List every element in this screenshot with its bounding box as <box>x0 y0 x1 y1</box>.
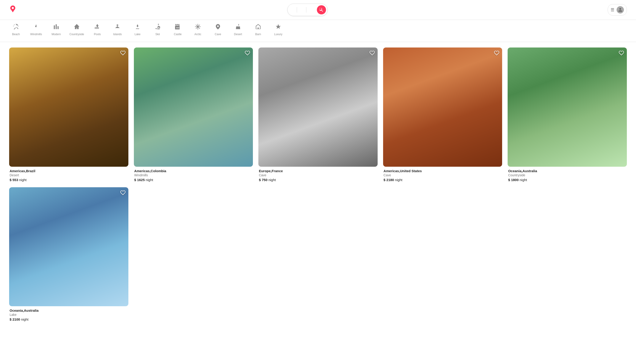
barn-icon <box>255 24 261 31</box>
listing-price-number: $ 2180 <box>384 178 394 182</box>
main-content: Americas,Brazil Desert $ 553 night Ameri… <box>0 42 636 327</box>
listing-image-wrap <box>383 48 502 167</box>
arctic-label: Arctic <box>194 33 201 36</box>
category-arctic[interactable]: Arctic <box>191 24 205 38</box>
pools-icon <box>94 24 101 31</box>
desert-icon <box>235 24 241 31</box>
islands-icon <box>114 24 121 31</box>
listing-location: Americas,Brazil <box>10 169 128 173</box>
listing-type: Cave <box>384 173 502 177</box>
logo[interactable] <box>9 5 18 14</box>
favorite-button[interactable] <box>245 50 250 57</box>
favorite-button[interactable] <box>369 50 375 57</box>
airbnb-logo-icon <box>9 5 17 14</box>
user-menu[interactable]: ☰ <box>608 4 627 16</box>
listing-location: Americas,United States <box>384 169 502 173</box>
guest-search[interactable] <box>306 7 315 12</box>
listing-image-wrap <box>508 48 627 167</box>
listing-price-number: $ 2100 <box>10 318 20 321</box>
barn-label: Barn <box>255 33 261 36</box>
cave-icon <box>215 24 221 31</box>
listing-price: $ 553 night <box>10 178 128 182</box>
category-pools[interactable]: Pools <box>91 24 104 38</box>
listing-location: Europe,France <box>259 169 377 173</box>
listing-info: Americas,Colombia Windmills $ 1625 night <box>134 167 253 182</box>
listing-type: Desert <box>10 173 128 177</box>
listing-price-unit: night <box>19 178 27 182</box>
category-islands[interactable]: Islands <box>111 24 124 38</box>
listing-card[interactable]: Americas,United States Cave $ 2180 night <box>383 48 502 182</box>
listing-card[interactable]: Americas,Brazil Desert $ 553 night <box>9 48 128 182</box>
favorite-button[interactable] <box>120 50 126 57</box>
listing-card[interactable]: Oceania,Australia Countryside $ 1800 nig… <box>508 48 627 182</box>
listing-type: Windmills <box>134 173 253 177</box>
arctic-icon <box>195 24 201 31</box>
cave-label: Cave <box>215 33 221 36</box>
category-cave[interactable]: Cave <box>211 24 225 38</box>
listing-price-number: $ 553 <box>10 178 18 182</box>
listing-image-wrap <box>258 48 378 167</box>
listing-price-unit: night <box>519 178 527 182</box>
modern-label: Modern <box>52 33 61 36</box>
category-castle[interactable]: Castle <box>171 24 185 38</box>
favorite-button[interactable] <box>619 50 624 57</box>
category-windmills[interactable]: Windmills <box>29 24 43 38</box>
category-barn[interactable]: Barn <box>251 24 265 38</box>
listing-info: Americas,United States Cave $ 2180 night <box>383 167 502 182</box>
beach-label: Beach <box>12 33 20 36</box>
luxury-icon <box>275 24 281 31</box>
search-bar[interactable] <box>287 4 328 16</box>
search-button[interactable] <box>317 5 326 14</box>
airbnb-your-home-button[interactable] <box>597 7 604 12</box>
listing-price-unit: night <box>21 318 29 321</box>
week-search[interactable] <box>297 7 306 12</box>
countryside-icon <box>74 24 80 31</box>
listing-price: $ 2180 night <box>384 178 502 182</box>
modern-icon <box>53 24 59 31</box>
listing-type: Lake <box>10 313 128 316</box>
lake-icon <box>134 24 141 31</box>
windmills-label: Windmills <box>30 33 42 36</box>
desert-label: Desert <box>234 33 242 36</box>
listing-info: Americas,Brazil Desert $ 553 night <box>9 167 128 182</box>
category-desert[interactable]: Desert <box>231 24 245 38</box>
listing-info: Oceania,Australia Lake $ 2100 night <box>9 306 128 321</box>
listings-grid: Americas,Brazil Desert $ 553 night Ameri… <box>9 48 627 321</box>
listing-price-number: $ 1625 <box>134 178 145 182</box>
listing-price-unit: night <box>395 178 402 182</box>
svg-point-0 <box>36 26 37 27</box>
listing-price: $ 750 night <box>259 178 377 182</box>
category-modern[interactable]: Modern <box>49 24 63 38</box>
listing-location: Oceania,Australia <box>508 169 626 173</box>
listing-image-wrap <box>134 48 253 167</box>
listing-price-unit: night <box>146 178 153 182</box>
svg-rect-1 <box>54 25 55 29</box>
category-beach[interactable]: Beach <box>9 24 23 38</box>
listing-card[interactable]: Oceania,Australia Lake $ 2100 night <box>9 187 128 322</box>
category-luxury[interactable]: Luxury <box>271 24 285 38</box>
luxury-label: Luxury <box>274 33 282 36</box>
listing-card[interactable]: Americas,Colombia Windmills $ 1625 night <box>134 48 253 182</box>
beach-icon <box>13 24 19 31</box>
castle-label: Castle <box>174 33 182 36</box>
castle-icon <box>175 24 181 31</box>
islands-label: Islands <box>113 33 122 36</box>
lake-label: Lake <box>135 33 141 36</box>
category-lake[interactable]: Lake <box>131 24 144 38</box>
listing-info: Europe,France Cave $ 750 night <box>258 167 378 182</box>
svg-rect-2 <box>56 24 57 29</box>
category-countryside[interactable]: Countryside <box>70 24 84 38</box>
favorite-button[interactable] <box>120 190 126 197</box>
listing-card[interactable]: Europe,France Cave $ 750 night <box>258 48 378 182</box>
category-skii[interactable]: Skii <box>151 24 165 38</box>
category-nav: Beach Windmills Modern Countryside Pools… <box>0 20 636 42</box>
location-search[interactable] <box>288 7 297 12</box>
skii-label: Skii <box>155 33 160 36</box>
svg-rect-3 <box>58 26 59 29</box>
header-right: ☰ <box>597 4 627 16</box>
countryside-label: Countryside <box>70 33 84 36</box>
svg-point-4 <box>197 26 199 28</box>
listing-price-number: $ 1800 <box>508 178 518 182</box>
pools-label: Pools <box>94 33 101 36</box>
favorite-button[interactable] <box>494 50 499 57</box>
